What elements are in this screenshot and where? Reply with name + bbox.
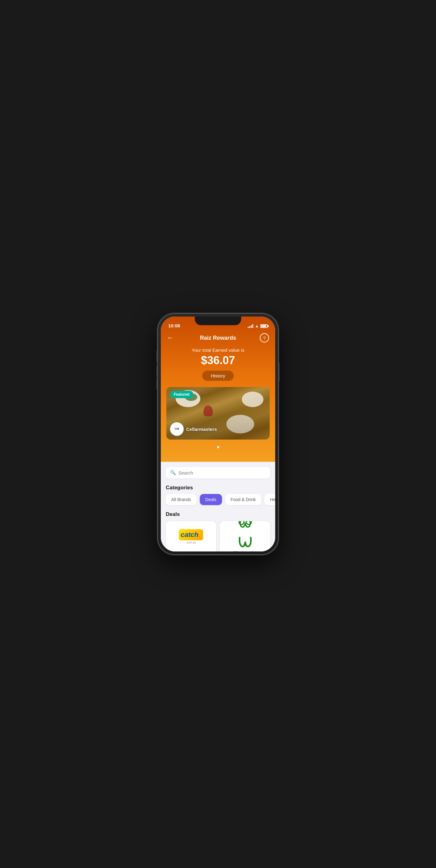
- deal-card-catch[interactable]: catch. .com.au Catch.com.au: [166, 521, 216, 552]
- phone-screen: 10:08 ▲: [161, 316, 275, 552]
- category-all-brands[interactable]: All Brands: [166, 494, 197, 505]
- status-icons: ▲: [248, 323, 268, 328]
- category-deals[interactable]: Deals: [200, 494, 222, 505]
- earned-amount: $36.07: [167, 354, 269, 367]
- catch-logo-area: catch. .com.au: [166, 521, 216, 552]
- phone-content[interactable]: 10:08 ▲: [161, 316, 275, 552]
- header-section: 10:08 ▲: [161, 316, 275, 462]
- category-health[interactable]: Health: [264, 494, 275, 505]
- featured-banner[interactable]: Featured CM Cellarmasters: [166, 387, 270, 440]
- status-time: 10:08: [168, 323, 180, 328]
- page-title: Raiz Rewards: [200, 335, 236, 341]
- woolworths-w-logo: [237, 534, 254, 551]
- search-input[interactable]: [179, 470, 266, 475]
- categories-title: Categories: [161, 482, 275, 494]
- help-button[interactable]: ?: [260, 333, 269, 342]
- dot-1: [217, 446, 219, 448]
- categories-scroll[interactable]: All Brands Deals Food & Drink Health: [161, 494, 275, 510]
- woolworths-logo-area: Woolworths The fresh food people: [220, 521, 270, 552]
- brand-logo: CM: [170, 422, 184, 436]
- signal-icon: [248, 324, 253, 328]
- catch-logo-text: catch: [181, 531, 198, 538]
- content-section: 🔍 Categories All Brands Deals Food & Dri…: [161, 462, 275, 552]
- deal-card-woolworths[interactable]: Woolworths The fresh food people Woolwor…: [220, 521, 270, 552]
- catch-domain: .com.au: [179, 541, 203, 544]
- search-bar[interactable]: 🔍: [166, 467, 270, 478]
- deals-grid: catch. .com.au Catch.com.au: [161, 521, 275, 552]
- back-button[interactable]: ←: [167, 334, 176, 342]
- history-button[interactable]: History: [202, 371, 234, 381]
- earned-label: Your total Earned value is: [167, 347, 269, 353]
- phone-frame: 10:08 ▲: [158, 313, 278, 555]
- brand-logo-area: CM Cellarmasters: [170, 422, 217, 436]
- deals-title: Deals: [161, 510, 275, 521]
- search-bar-wrap: 🔍: [161, 462, 275, 482]
- wifi-icon: ▲: [255, 323, 259, 328]
- battery-icon: [260, 324, 268, 328]
- notch: [195, 316, 241, 325]
- woolworths-icon: [237, 521, 253, 531]
- earned-section: Your total Earned value is $36.07 Histor…: [161, 345, 275, 387]
- category-food-drink[interactable]: Food & Drink: [225, 494, 261, 505]
- featured-tag: Featured: [170, 391, 193, 398]
- banner-dots: [161, 440, 275, 453]
- nav-bar: ← Raiz Rewards ?: [161, 330, 275, 345]
- search-icon: 🔍: [170, 470, 176, 475]
- brand-name: Cellarmasters: [186, 427, 217, 432]
